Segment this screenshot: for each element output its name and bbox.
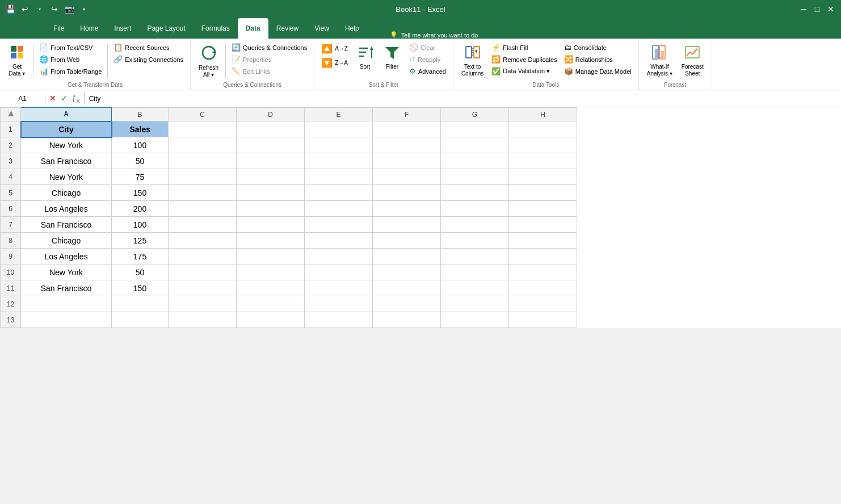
row-header-1[interactable]: 1 — [1, 121, 21, 137]
cell-D13[interactable] — [237, 312, 305, 328]
cell-A13[interactable] — [21, 312, 112, 328]
cell-C5[interactable] — [169, 185, 237, 201]
cell-F4[interactable] — [373, 169, 441, 185]
from-table-range-button[interactable]: 📊 From Table/Range — [37, 66, 104, 77]
cell-D3[interactable] — [237, 153, 305, 169]
col-header-h[interactable]: H — [509, 108, 577, 121]
cell-D9[interactable] — [237, 249, 305, 264]
cell-F10[interactable] — [373, 264, 441, 280]
row-header-11[interactable]: 11 — [1, 280, 21, 296]
relationships-button[interactable]: 🔀 Relationships — [562, 54, 634, 65]
cell-A8[interactable]: Chicago — [21, 233, 112, 249]
cell-H11[interactable] — [509, 280, 577, 296]
cell-C13[interactable] — [169, 312, 237, 328]
cell-G2[interactable] — [441, 137, 509, 153]
tab-help[interactable]: Help — [337, 18, 367, 39]
col-header-f[interactable]: F — [373, 108, 441, 121]
screenshot-icon[interactable]: 📷 — [64, 3, 75, 15]
cell-C7[interactable] — [169, 217, 237, 233]
cell-A9[interactable]: Los Angeles — [21, 249, 112, 264]
from-text-csv-button[interactable]: 📄 From Text/CSV — [37, 42, 104, 53]
cell-B13[interactable] — [112, 312, 169, 328]
cell-C1[interactable] — [169, 121, 237, 137]
queries-connections-button[interactable]: 🔄 Queries & Connections — [229, 42, 309, 53]
cell-B10[interactable]: 50 — [112, 264, 169, 280]
customize-qat-icon[interactable]: ▾ — [78, 3, 90, 15]
cell-H7[interactable] — [509, 217, 577, 233]
flash-fill-button[interactable]: ⚡ Flash Fill — [489, 42, 559, 53]
cell-D4[interactable] — [237, 169, 305, 185]
cell-A4[interactable]: New York — [21, 169, 112, 185]
sort-az-button[interactable]: 🔼 A→Z — [319, 42, 350, 55]
close-button[interactable]: ✕ — [825, 3, 836, 15]
cell-D6[interactable] — [237, 201, 305, 217]
row-header-4[interactable]: 4 — [1, 169, 21, 185]
row-header-9[interactable]: 9 — [1, 249, 21, 264]
cell-C11[interactable] — [169, 280, 237, 296]
cell-B3[interactable]: 50 — [112, 153, 169, 169]
cell-H1[interactable] — [509, 121, 577, 137]
cell-B4[interactable]: 75 — [112, 169, 169, 185]
existing-connections-button[interactable]: 🔗 Existing Connections — [111, 54, 186, 65]
cell-G6[interactable] — [441, 201, 509, 217]
cell-H2[interactable] — [509, 137, 577, 153]
row-header-12[interactable]: 12 — [1, 296, 21, 312]
cell-B11[interactable]: 150 — [112, 280, 169, 296]
cell-F3[interactable] — [373, 153, 441, 169]
cancel-formula-icon[interactable]: ✕ — [48, 93, 58, 104]
col-header-d[interactable]: D — [237, 108, 305, 121]
cell-G5[interactable] — [441, 185, 509, 201]
col-header-c[interactable]: C — [169, 108, 237, 121]
col-header-a[interactable]: A — [21, 108, 112, 121]
cell-F1[interactable] — [373, 121, 441, 137]
cell-C4[interactable] — [169, 169, 237, 185]
cell-A3[interactable]: San Francisco — [21, 153, 112, 169]
cell-A6[interactable]: Los Angeles — [21, 201, 112, 217]
col-header-e[interactable]: E — [305, 108, 373, 121]
tab-insert[interactable]: Insert — [106, 18, 139, 39]
cell-G9[interactable] — [441, 249, 509, 264]
row-header-10[interactable]: 10 — [1, 264, 21, 280]
cell-G3[interactable] — [441, 153, 509, 169]
remove-duplicates-button[interactable]: 🔁 Remove Duplicates — [489, 54, 559, 65]
cell-B2[interactable]: 100 — [112, 137, 169, 153]
cell-D10[interactable] — [237, 264, 305, 280]
advanced-button[interactable]: ⚙ Advanced — [407, 66, 448, 77]
cell-H13[interactable] — [509, 312, 577, 328]
row-header-6[interactable]: 6 — [1, 201, 21, 217]
col-header-b[interactable]: B — [112, 108, 169, 121]
what-if-analysis-button[interactable]: ? What-IfAnalysis ▾ — [644, 42, 676, 79]
row-header-5[interactable]: 5 — [1, 185, 21, 201]
cell-F2[interactable] — [373, 137, 441, 153]
confirm-formula-icon[interactable]: ✓ — [59, 93, 69, 104]
cell-B6[interactable]: 200 — [112, 201, 169, 217]
cell-A1[interactable]: City — [21, 121, 112, 137]
cell-H12[interactable] — [509, 296, 577, 312]
tell-me-input[interactable]: Tell me what you want to do — [401, 32, 478, 39]
text-to-columns-button[interactable]: Text toColumns — [458, 42, 487, 79]
row-header-8[interactable]: 8 — [1, 233, 21, 249]
cell-F6[interactable] — [373, 201, 441, 217]
save-icon[interactable]: 💾 — [5, 3, 16, 15]
cell-E1[interactable] — [305, 121, 373, 137]
cell-C3[interactable] — [169, 153, 237, 169]
cell-C12[interactable] — [169, 296, 237, 312]
sort-za-button[interactable]: 🔽 Z→A — [319, 56, 350, 69]
cell-A5[interactable]: Chicago — [21, 185, 112, 201]
manage-data-model-button[interactable]: 📦 Manage Data Model — [562, 66, 634, 77]
cell-E5[interactable] — [305, 185, 373, 201]
cell-F11[interactable] — [373, 280, 441, 296]
cell-D1[interactable] — [237, 121, 305, 137]
cell-F8[interactable] — [373, 233, 441, 249]
cell-H10[interactable] — [509, 264, 577, 280]
cell-H5[interactable] — [509, 185, 577, 201]
row-header-13[interactable]: 13 — [1, 312, 21, 328]
cell-E9[interactable] — [305, 249, 373, 264]
cell-B5[interactable]: 150 — [112, 185, 169, 201]
cell-G13[interactable] — [441, 312, 509, 328]
forecast-sheet-button[interactable]: ForecastSheet — [678, 42, 707, 79]
tab-formulas[interactable]: Formulas — [194, 18, 238, 39]
cell-A11[interactable]: San Francisco — [21, 280, 112, 296]
cell-E6[interactable] — [305, 201, 373, 217]
cell-D8[interactable] — [237, 233, 305, 249]
